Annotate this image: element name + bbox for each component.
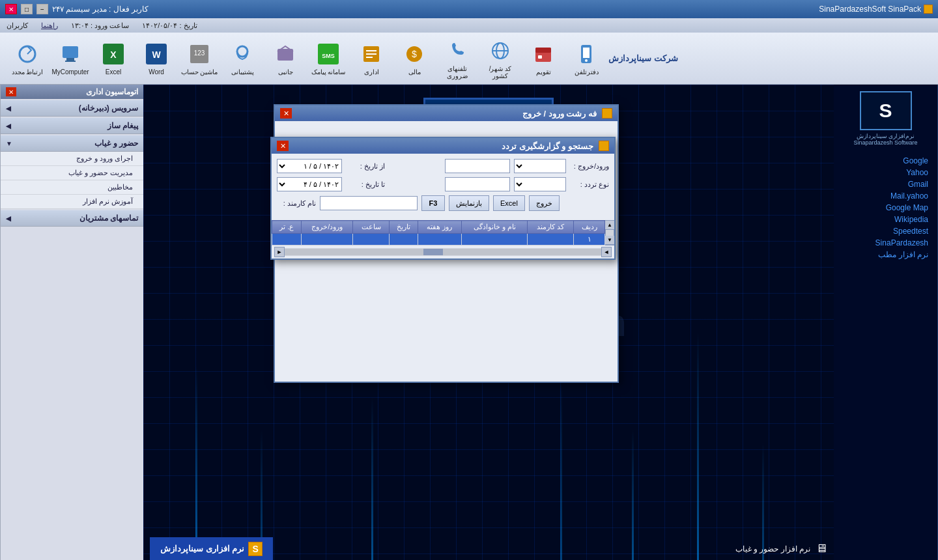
table-cell: ۱ <box>574 234 605 245</box>
sidebar-link-2[interactable]: Gmail <box>840 178 931 190</box>
scrollbar-thumb[interactable] <box>423 249 443 255</box>
table-row[interactable]: ۱ <box>272 234 605 245</box>
maximize-button[interactable]: □ <box>21 4 33 14</box>
table-cell <box>418 234 461 245</box>
traffic-type-label: نوع تردد : <box>570 180 609 189</box>
svg-text:$: $ <box>412 49 417 59</box>
toolbar-label-machine: ماشین حساب <box>181 68 218 76</box>
sidebar-link-5[interactable]: Wikipedia <box>840 214 931 225</box>
toolbar-icon-support <box>229 41 255 67</box>
section-arrow-2: ▼ <box>6 140 12 147</box>
title-bar: SinaPardazeshSoft SinaPack کاربر فعال : … <box>0 0 938 18</box>
employee-input[interactable] <box>320 196 418 210</box>
toolbar-label-sms: سامانه پیامک <box>311 68 346 76</box>
table-column-header: تاریخ <box>389 221 418 234</box>
toolbar: ارتباط مجددMyComputerXExcelWWord123ماشین… <box>0 33 938 85</box>
section-header-1[interactable]: پیغام ساز◀ <box>1 118 143 134</box>
exit-button[interactable]: خروج <box>529 195 560 211</box>
excel-button[interactable]: Excel <box>493 195 525 211</box>
help-link[interactable]: راهنما <box>41 21 58 30</box>
svg-text:W: W <box>152 49 161 60</box>
app-icon <box>924 5 933 14</box>
section-header-0[interactable]: سرویس (دبیرخانه)◀ <box>1 100 143 117</box>
section-item-2-3[interactable]: آموزش نرم افزار <box>1 195 143 209</box>
toolbar-label-reconnect: ارتباط مجدد <box>12 68 44 76</box>
toolbar-btn-finance[interactable]: $مالی <box>393 35 435 82</box>
login-time-label: ساعت ورود : ۱۳:۰۴ <box>71 21 129 30</box>
dialog-outer-titlebar: فه رشت ورود / خروج ✕ <box>275 105 618 121</box>
toolbar-btn-postal[interactable]: کد شهر/کشور <box>479 35 521 82</box>
dialog-outer-close-button[interactable]: ✕ <box>280 108 292 119</box>
scroll-left-button[interactable]: ► <box>274 247 285 257</box>
entry-exit-input[interactable] <box>445 159 510 173</box>
sidebar-link-3[interactable]: Mail.yahoo <box>840 190 931 202</box>
from-date-dropdown[interactable]: ۱۴۰۲ / ۵ / ۱ <box>277 159 342 173</box>
scroll-up-button[interactable]: ▲ <box>605 221 614 230</box>
section-arrow-3: ◀ <box>6 215 11 222</box>
toolbar-icon-admin <box>358 41 384 67</box>
toolbar-btn-admin[interactable]: اداری <box>350 35 392 82</box>
toolbar-icon-cargo <box>272 41 298 67</box>
toolbar-btn-machine[interactable]: 123ماشین حساب <box>178 35 220 82</box>
toolbar-label-support: پشتیبانی <box>231 68 254 76</box>
table-column-header: ع. تر <box>272 221 302 234</box>
horizontal-scrollbar[interactable]: ◄ ► <box>274 248 612 256</box>
section-item-2-1[interactable]: مدیریت حضور و غیاب <box>1 166 143 180</box>
toolbar-icon-sms: SMS <box>315 41 341 67</box>
section-header-2[interactable]: حضور و غیاب▼ <box>1 135 143 152</box>
light-pillar-6 <box>697 332 699 560</box>
toolbar-btn-phone2[interactable]: دفترتلفن <box>565 35 607 82</box>
sidebar-link-1[interactable]: Yahoo <box>840 167 931 178</box>
to-date-dropdown[interactable]: ۱۴۰۲ / ۵ / ۴ <box>277 177 342 191</box>
toolbar-label-phone_urgent: تلفنهای ضروری <box>438 65 476 79</box>
scroll-down-button[interactable]: ▼ <box>605 236 614 245</box>
toolbar-icon-phone2 <box>573 41 599 67</box>
toolbar-btn-phone_urgent[interactable]: تلفنهای ضروری <box>436 35 478 82</box>
data-table: ردیفکد کارمندنام و خانوادگیروز هفتهتاریخ… <box>272 220 605 245</box>
sidebar-link-0[interactable]: Google <box>840 155 931 167</box>
svg-rect-24 <box>535 48 551 53</box>
sidebar-section-0: سرویس (دبیرخانه)◀ <box>1 100 143 117</box>
section-item-2-0[interactable]: اجرای ورود و خروج <box>1 152 143 166</box>
svg-rect-15 <box>366 50 377 51</box>
scroll-right-button[interactable]: ◄ <box>601 247 612 257</box>
table-cell <box>462 234 528 245</box>
toolbar-btn-support[interactable]: پشتیبانی <box>221 35 263 82</box>
traffic-input[interactable] <box>445 177 510 191</box>
title-left: SinaPardazeshSoft SinaPack <box>819 5 933 14</box>
entry-exit-dropdown[interactable] <box>514 159 566 173</box>
close-button[interactable]: ✕ <box>5 4 17 14</box>
table-cell <box>389 234 418 245</box>
dialog-form: ورود/خروج : از تاریخ : ۱۴۰۲ / ۵ / ۱ نوع … <box>272 154 614 220</box>
toolbar-btn-cargo[interactable]: جانبی <box>264 35 306 82</box>
section-item-2-2[interactable]: مخاطبین <box>1 180 143 195</box>
vertical-scrollbar[interactable]: ▲ ▼ <box>605 220 614 245</box>
svg-text:123: 123 <box>194 49 205 57</box>
toolbar-btn-word[interactable]: WWord <box>135 35 177 82</box>
section-items-2: اجرای ورود و خروجمدیریت حضور و غیابمخاطب… <box>1 152 143 209</box>
toolbar-label-word: Word <box>149 68 164 76</box>
section-header-3[interactable]: تماسهای مشتریان◀ <box>1 210 143 227</box>
sidebar-link-4[interactable]: Google Map <box>840 202 931 214</box>
sidebar-link-6[interactable]: Speedtest <box>840 225 931 237</box>
logo-text: نرم‌افزاری سیناپردازشSinapardazesh Softw… <box>840 133 931 146</box>
sidebar-section-1: پیغام ساز◀ <box>1 118 143 134</box>
light-pillar-4 <box>560 378 562 560</box>
minimize-button[interactable]: − <box>36 4 48 14</box>
form-row-1: ورود/خروج : از تاریخ : ۱۴۰۲ / ۵ / ۱ <box>277 159 609 173</box>
toolbar-label-excel: Excel <box>106 68 121 76</box>
toolbar-btn-calendar[interactable]: تقویم <box>522 35 564 82</box>
toolbar-btn-sms[interactable]: SMSسامانه پیامک <box>307 35 349 82</box>
toolbar-btn-reconnect[interactable]: ارتباط مجدد <box>7 35 48 82</box>
toolbar-btn-mycomputer[interactable]: MyComputer <box>50 35 91 82</box>
toolbar-icon-phone_urgent <box>444 38 470 64</box>
sidebar-link-7[interactable]: SinaPardazesh <box>840 237 931 249</box>
svg-rect-17 <box>366 57 373 58</box>
sidebar-link-8[interactable]: نرم افزار مطب <box>840 249 931 260</box>
f3-button[interactable]: F3 <box>421 195 445 211</box>
dialog-inner-close-button[interactable]: ✕ <box>277 141 289 151</box>
traffic-type-dropdown[interactable] <box>514 177 566 191</box>
sidebar-right-close-button[interactable]: ✕ <box>6 87 16 96</box>
show-button[interactable]: بازنمایش <box>449 195 489 211</box>
toolbar-btn-excel[interactable]: XExcel <box>92 35 134 82</box>
